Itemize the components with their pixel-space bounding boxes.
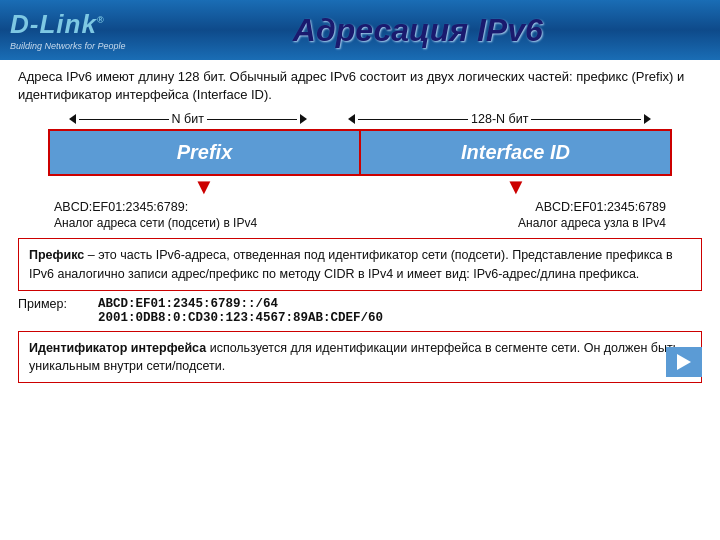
address-examples: ABCD:EF01:2345:6789: ABCD:EF01:2345:6789 — [18, 198, 702, 216]
prefix-box: Prefix — [50, 131, 361, 174]
analog-labels: Аналог адреса сети (подсети) в IPv4 Анал… — [18, 216, 702, 230]
dlink-logo: D-Link® — [10, 9, 105, 40]
analog-interface-label: Аналог адреса узла в IPv4 — [518, 216, 666, 230]
interface-address: ABCD:EF01:2345:6789 — [535, 200, 666, 214]
logo-tagline: Building Networks for People — [10, 41, 126, 51]
logo-area: D-Link® Building Networks for People — [10, 9, 126, 51]
left-arrowhead — [69, 114, 76, 124]
prefix-address: ABCD:EF01:2345:6789: — [54, 200, 188, 214]
prefix-description: Префикс – это часть IPv6-адреса, отведен… — [18, 238, 702, 290]
interface-down-arrow: ▼ — [505, 176, 527, 198]
left-arrow-line — [79, 119, 169, 121]
prefix-down-arrow: ▼ — [193, 176, 215, 198]
example-label: Пример: — [18, 297, 98, 311]
left-arrow-line-128 — [358, 119, 468, 121]
example-line2: 2001:0DB8:0:CD30:123:4567:89AB:CDEF/60 — [98, 311, 383, 325]
analog-prefix-label: Аналог адреса сети (подсети) в IPv4 — [54, 216, 257, 230]
intro-text: Адреса IPv6 имеют длину 128 бит. Обычный… — [18, 68, 702, 104]
right-arrowhead-128 — [644, 114, 651, 124]
128n-bit-text: 128-N бит — [471, 112, 528, 126]
example-line1: ABCD:EF01:2345:6789::/64 — [98, 297, 383, 311]
next-icon — [677, 354, 691, 370]
right-arrowhead-n — [300, 114, 307, 124]
example-values: ABCD:EF01:2345:6789::/64 2001:0DB8:0:CD3… — [98, 297, 383, 325]
down-arrows-row: ▼ ▼ — [18, 176, 702, 198]
prefix-bold: Префикс — [29, 248, 84, 262]
128n-bit-label: 128-N бит — [348, 112, 651, 126]
example-section: Пример: ABCD:EF01:2345:6789::/64 2001:0D… — [18, 297, 702, 325]
left-arrowhead-128 — [348, 114, 355, 124]
prefix-desc-text: – это часть IPv6-адреса, отведенная под … — [29, 248, 673, 280]
interface-description: Идентификатор интерфейса используется дл… — [18, 331, 702, 383]
right-arrow-line-n — [207, 119, 297, 121]
next-button[interactable] — [666, 347, 702, 377]
address-boxes: Prefix Interface ID — [48, 129, 672, 176]
page-title: Адресация IPv6 — [126, 12, 710, 49]
right-arrow-line-128 — [531, 119, 641, 121]
interface-box: Interface ID — [361, 131, 670, 174]
interface-bold: Идентификатор интерфейса — [29, 341, 206, 355]
n-bit-text: N бит — [172, 112, 204, 126]
n-bit-label: N бит — [69, 112, 307, 126]
ipv6-diagram: N бит 128-N бит Prefix Interface ID ▼ ▼ — [18, 112, 702, 230]
main-content: Адреса IPv6 имеют длину 128 бит. Обычный… — [0, 60, 720, 389]
header: D-Link® Building Networks for People Адр… — [0, 0, 720, 60]
